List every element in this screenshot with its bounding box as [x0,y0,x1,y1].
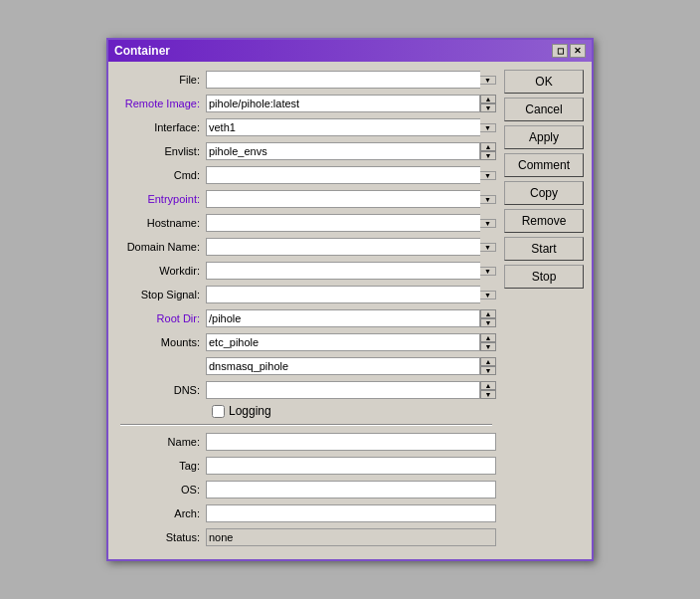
root-dir-down[interactable]: ▼ [480,318,496,327]
domain-name-input[interactable] [206,238,480,256]
dns-up[interactable]: ▲ [480,381,496,390]
envlist-input-wrapper: ▲ ▼ [206,142,496,160]
file-row: File: ▼ [116,70,496,90]
tag-label: Tag: [116,460,206,472]
domain-name-dropdown-btn[interactable]: ▼ [480,243,496,252]
cmd-dropdown-btn[interactable]: ▼ [480,171,496,180]
entrypoint-input[interactable] [206,190,480,208]
tag-row: Tag: [116,456,496,476]
remote-image-row: Remote Image: ▲ ▼ [116,94,496,113]
os-input[interactable] [206,481,496,499]
dns-scroll: ▲ ▼ [480,381,496,399]
ok-button[interactable]: OK [504,70,584,94]
stop-signal-row: Stop Signal: ▼ [116,285,496,304]
hostname-row: Hostname: ▼ [116,213,496,233]
dns-input-wrapper: ▲ ▼ [206,381,496,399]
mounts-scroll1: ▲ ▼ [480,333,496,351]
name-input-wrapper [206,433,496,451]
window-controls: ◻ ✕ [552,44,586,58]
file-label: File: [116,74,206,86]
hostname-input[interactable] [206,214,480,232]
mounts-down1[interactable]: ▼ [480,342,496,351]
status-label: Status: [116,531,206,543]
cmd-row: Cmd: ▼ [116,165,496,185]
hostname-label: Hostname: [116,217,206,229]
left-panel: File: ▼ Remote Image: ▲ ▼ [116,70,496,551]
interface-dropdown-btn[interactable]: ▼ [480,123,496,132]
mounts-down2[interactable]: ▼ [480,366,496,375]
restore-button[interactable]: ◻ [552,44,568,58]
os-label: OS: [116,484,206,496]
stop-signal-input[interactable] [206,286,480,303]
status-input [206,528,496,546]
stop-button[interactable]: Stop [504,265,584,289]
envlist-down[interactable]: ▼ [480,151,496,160]
hostname-dropdown-btn[interactable]: ▼ [480,219,496,228]
dns-down[interactable]: ▼ [480,390,496,399]
arch-input-wrapper [206,504,496,522]
mounts-input-wrapper2: ▲ ▼ [206,357,496,375]
stop-signal-dropdown-btn[interactable]: ▼ [480,291,496,300]
entrypoint-row: Entrypoint: ▼ [116,189,496,209]
root-dir-input[interactable] [206,309,480,327]
root-dir-label: Root Dir: [116,312,206,324]
os-input-wrapper [206,481,496,499]
envlist-input[interactable] [206,142,480,160]
stop-signal-input-wrapper: ▼ [206,286,496,303]
mounts-input-wrapper1: ▲ ▼ [206,333,496,351]
mounts-up1[interactable]: ▲ [480,333,496,342]
interface-input[interactable] [206,118,480,136]
mounts-input2[interactable] [206,357,480,375]
domain-name-row: Domain Name: ▼ [116,237,496,257]
copy-button[interactable]: Copy [504,181,584,205]
os-row: OS: [116,480,496,499]
cancel-button[interactable]: Cancel [504,98,584,121]
arch-input[interactable] [206,504,496,522]
remote-image-down[interactable]: ▼ [480,103,496,112]
cmd-input-wrapper: ▼ [206,166,496,184]
cmd-input[interactable] [206,166,480,184]
entrypoint-dropdown-btn[interactable]: ▼ [480,195,496,204]
mounts-row: Mounts: ▲ ▼ [116,332,496,352]
window-title: Container [114,44,170,58]
dns-input[interactable] [206,381,480,399]
start-button[interactable]: Start [504,237,584,261]
remote-image-input[interactable] [206,95,480,112]
mounts-up2[interactable]: ▲ [480,357,496,366]
mounts-scroll2: ▲ ▼ [480,357,496,375]
comment-button[interactable]: Comment [504,153,584,177]
apply-button[interactable]: Apply [504,125,584,149]
tag-input[interactable] [206,457,496,475]
name-label: Name: [116,436,206,448]
remove-button[interactable]: Remove [504,209,584,233]
root-dir-up[interactable]: ▲ [480,309,496,318]
root-dir-row: Root Dir: ▲ ▼ [116,308,496,328]
envlist-label: Envlist: [116,145,206,157]
interface-label: Interface: [116,121,206,133]
remote-image-input-wrapper: ▲ ▼ [206,95,496,112]
workdir-input[interactable] [206,262,480,280]
close-button[interactable]: ✕ [570,44,586,58]
envlist-row: Envlist: ▲ ▼ [116,141,496,161]
workdir-input-wrapper: ▼ [206,262,496,280]
remote-image-up[interactable]: ▲ [480,95,496,103]
domain-name-label: Domain Name: [116,241,206,253]
mounts-input1[interactable] [206,333,480,351]
root-dir-input-wrapper: ▲ ▼ [206,309,496,327]
logging-row: Logging [212,404,496,418]
logging-label: Logging [229,404,271,418]
workdir-row: Workdir: ▼ [116,261,496,281]
file-dropdown-btn[interactable]: ▼ [480,76,496,85]
file-input[interactable] [206,71,480,89]
workdir-dropdown-btn[interactable]: ▼ [480,267,496,276]
dns-row: DNS: ▲ ▼ [116,380,496,400]
envlist-up[interactable]: ▲ [480,142,496,151]
logging-checkbox[interactable] [212,405,225,418]
entrypoint-input-wrapper: ▼ [206,190,496,208]
hostname-input-wrapper: ▼ [206,214,496,232]
tag-input-wrapper [206,457,496,475]
name-input[interactable] [206,433,496,451]
status-row: Status: [116,527,496,547]
container-window: Container ◻ ✕ File: ▼ Remote Image: [106,38,594,561]
arch-label: Arch: [116,507,206,519]
